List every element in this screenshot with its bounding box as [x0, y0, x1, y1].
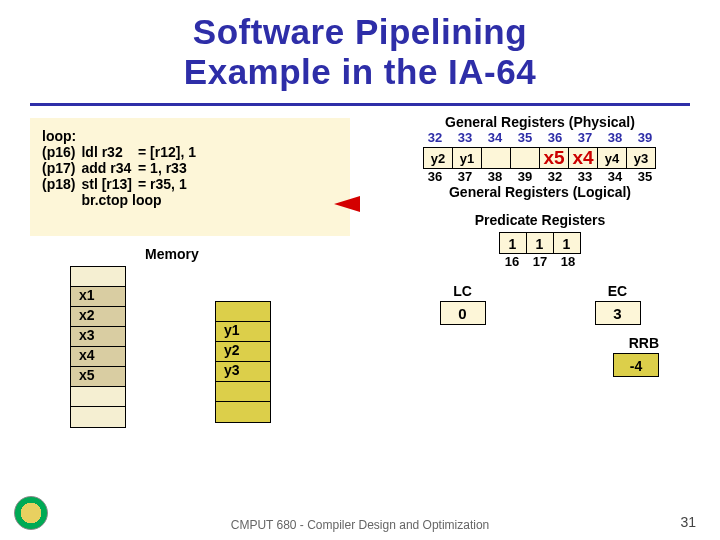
- ec-counter: EC 3: [595, 283, 641, 325]
- instruction-table: (p16)ldl r32= [r12], 1 (p17)add r34= 1, …: [42, 144, 202, 208]
- rrb-counter: RRB -4: [385, 335, 695, 377]
- footer-text: CMPUT 680 - Compiler Design and Optimiza…: [0, 518, 720, 532]
- memory-column-y: y1 y2 y3: [215, 301, 271, 423]
- instr-row: (p17)add r34= 1, r33: [42, 160, 202, 176]
- code-block: loop: (p16)ldl r32= [r12], 1 (p17)add r3…: [30, 118, 350, 236]
- instr-row: (p16)ldl r32= [r12], 1: [42, 144, 202, 160]
- instr-row: br.ctop loop: [42, 192, 202, 208]
- loop-label: loop:: [42, 128, 338, 144]
- reg-values-row: y2 y1 x5 x4 y4 y3: [385, 147, 695, 169]
- registers-panel: General Registers (Physical) 32333435363…: [385, 114, 695, 377]
- pred-values-row: 1 1 1: [385, 232, 695, 254]
- lc-counter: LC 0: [440, 283, 486, 325]
- page-number: 31: [680, 514, 696, 530]
- counters-row: LC 0 EC 3: [385, 283, 695, 325]
- title-line2: Example in the IA-64: [20, 52, 700, 92]
- pred-reg-title: Predicate Registers: [385, 212, 695, 228]
- log-reg-title: General Registers (Logical): [385, 184, 695, 200]
- phys-reg-title: General Registers (Physical): [385, 114, 695, 130]
- title-line1: Software Pipelining: [20, 12, 700, 52]
- instr-row: (p18)stl [r13]= r35, 1: [42, 176, 202, 192]
- phys-reg-labels: 3233343536373839: [385, 130, 695, 145]
- arrow-icon: [334, 196, 360, 212]
- memory-label: Memory: [145, 246, 199, 262]
- memory-column-x: x1 x2 x3 x4 x5: [70, 266, 126, 428]
- pred-labels-row: 161718: [385, 254, 695, 269]
- log-reg-labels: 3637383932333435: [385, 169, 695, 184]
